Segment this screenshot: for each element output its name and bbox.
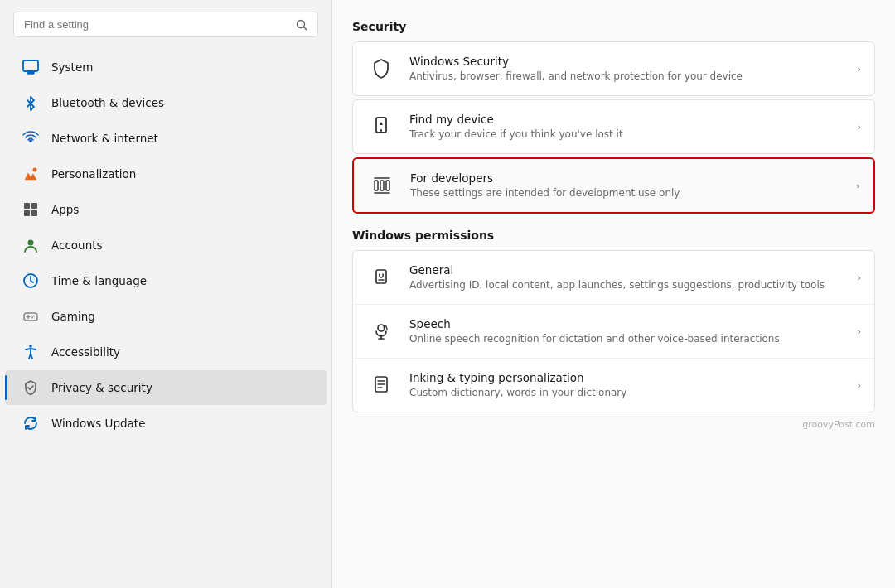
system-icon bbox=[22, 58, 40, 76]
network-icon bbox=[22, 129, 40, 147]
svg-point-18 bbox=[31, 317, 33, 319]
general-title: General bbox=[409, 263, 844, 277]
nav-list: System Bluetooth & devices bbox=[0, 46, 331, 588]
svg-line-1 bbox=[304, 27, 307, 30]
sidebar-item-label-apps: Apps bbox=[51, 203, 79, 216]
find-device-text: Find my device Track your device if you … bbox=[409, 113, 844, 142]
accounts-icon bbox=[22, 236, 40, 254]
svg-point-17 bbox=[33, 316, 35, 317]
svg-rect-10 bbox=[24, 210, 30, 216]
red-arrow bbox=[327, 378, 331, 397]
permissions-card: General Advertising ID, local content, a… bbox=[352, 250, 875, 412]
search-box[interactable] bbox=[13, 12, 318, 37]
speech-chevron: › bbox=[858, 326, 861, 337]
windows-security-row[interactable]: Windows Security Antivirus, browser, fir… bbox=[353, 42, 874, 95]
windows-security-desc: Antivirus, browser, firewall, and networ… bbox=[409, 70, 844, 84]
time-icon bbox=[22, 272, 40, 290]
sidebar-item-label-system: System bbox=[51, 60, 93, 74]
sidebar-item-label-gaming: Gaming bbox=[51, 310, 95, 323]
sidebar-item-privacy[interactable]: Privacy & security bbox=[5, 370, 327, 405]
sidebar-item-label-personalization: Personalization bbox=[51, 167, 136, 181]
sidebar-item-label-accounts: Accounts bbox=[51, 239, 103, 252]
speech-row[interactable]: Speech Online speech recognition for dic… bbox=[353, 305, 874, 359]
sidebar-item-update[interactable]: Windows Update bbox=[5, 406, 327, 441]
general-text: General Advertising ID, local content, a… bbox=[409, 263, 844, 292]
windows-security-icon bbox=[366, 54, 396, 84]
sidebar-item-label-bluetooth: Bluetooth & devices bbox=[51, 96, 164, 109]
speech-text: Speech Online speech recognition for dic… bbox=[409, 317, 844, 346]
svg-point-12 bbox=[28, 240, 34, 246]
speech-title: Speech bbox=[409, 317, 844, 330]
main-content: Security Windows Security Antivirus, bro… bbox=[331, 0, 895, 588]
sidebar-item-apps[interactable]: Apps bbox=[5, 192, 327, 227]
speech-desc: Online speech recognition for dictation … bbox=[409, 332, 844, 346]
for-developers-text: For developers These settings are intend… bbox=[410, 171, 844, 200]
general-chevron: › bbox=[858, 272, 861, 283]
general-icon bbox=[366, 263, 396, 292]
svg-rect-31 bbox=[376, 270, 386, 283]
inking-icon bbox=[366, 370, 396, 400]
inking-desc: Custom dictionary, words in your diction… bbox=[409, 386, 844, 400]
general-desc: Advertising ID, local content, app launc… bbox=[409, 278, 844, 292]
privacy-icon bbox=[22, 378, 40, 397]
for-developers-icon bbox=[367, 171, 397, 200]
search-icon bbox=[296, 19, 307, 31]
windows-security-card: Windows Security Antivirus, browser, fir… bbox=[352, 41, 875, 96]
find-device-title: Find my device bbox=[409, 113, 844, 126]
svg-rect-9 bbox=[31, 203, 37, 209]
sidebar: System Bluetooth & devices bbox=[0, 0, 331, 588]
windows-permissions-title: Windows permissions bbox=[352, 229, 875, 242]
svg-point-33 bbox=[378, 325, 385, 331]
inking-title: Inking & typing personalization bbox=[409, 371, 844, 384]
windows-permissions-section: Windows permissions General Advertising … bbox=[352, 229, 875, 433]
update-icon bbox=[22, 414, 40, 432]
apps-icon bbox=[22, 200, 40, 219]
gaming-icon bbox=[22, 307, 40, 325]
sidebar-item-bluetooth[interactable]: Bluetooth & devices bbox=[5, 85, 327, 120]
sidebar-item-gaming[interactable]: Gaming bbox=[5, 299, 327, 334]
windows-security-text: Windows Security Antivirus, browser, fir… bbox=[409, 55, 844, 84]
svg-rect-27 bbox=[380, 181, 384, 190]
sidebar-item-accounts[interactable]: Accounts bbox=[5, 228, 327, 263]
inking-text: Inking & typing personalization Custom d… bbox=[409, 371, 844, 400]
personalization-icon bbox=[22, 165, 40, 183]
speech-icon bbox=[366, 316, 396, 346]
sidebar-item-label-accessibility: Accessibility bbox=[51, 345, 120, 359]
sidebar-item-network[interactable]: Network & internet bbox=[5, 121, 327, 156]
for-developers-desc: These settings are intended for developm… bbox=[410, 186, 844, 200]
security-section-title: Security bbox=[352, 20, 875, 33]
inking-row[interactable]: Inking & typing personalization Custom d… bbox=[353, 359, 874, 412]
sidebar-item-label-update: Windows Update bbox=[51, 417, 145, 430]
svg-point-19 bbox=[29, 345, 32, 348]
windows-security-title: Windows Security bbox=[409, 55, 844, 68]
search-input[interactable] bbox=[24, 18, 296, 31]
watermark: groovyPost.com bbox=[352, 416, 875, 433]
general-row[interactable]: General Advertising ID, local content, a… bbox=[353, 251, 874, 305]
svg-line-21 bbox=[30, 386, 33, 389]
for-developers-row[interactable]: For developers These settings are intend… bbox=[354, 159, 873, 212]
inking-chevron: › bbox=[858, 380, 861, 391]
svg-rect-11 bbox=[31, 210, 37, 216]
for-developers-title: For developers bbox=[410, 171, 844, 185]
sidebar-item-time[interactable]: Time & language bbox=[5, 263, 327, 298]
windows-security-chevron: › bbox=[858, 64, 861, 75]
sidebar-item-system[interactable]: System bbox=[5, 50, 327, 84]
find-device-desc: Track your device if you think you've lo… bbox=[409, 128, 844, 142]
sidebar-item-personalization[interactable]: Personalization bbox=[5, 157, 327, 191]
svg-rect-8 bbox=[24, 203, 30, 209]
accessibility-icon bbox=[22, 343, 40, 361]
find-device-card: Find my device Track your device if you … bbox=[352, 99, 875, 154]
find-device-row[interactable]: Find my device Track your device if you … bbox=[353, 100, 874, 153]
sidebar-item-label-network: Network & internet bbox=[51, 132, 158, 145]
svg-rect-28 bbox=[386, 181, 389, 190]
for-developers-chevron: › bbox=[857, 181, 860, 191]
sidebar-item-accessibility[interactable]: Accessibility bbox=[5, 335, 327, 369]
sidebar-item-label-time: Time & language bbox=[51, 274, 147, 287]
svg-rect-2 bbox=[23, 60, 38, 71]
sidebar-item-label-privacy: Privacy & security bbox=[51, 381, 152, 394]
security-section: Security Windows Security Antivirus, bro… bbox=[352, 20, 875, 214]
bluetooth-icon bbox=[22, 94, 40, 112]
find-device-icon bbox=[366, 112, 396, 142]
find-device-chevron: › bbox=[858, 122, 861, 133]
for-developers-card: For developers These settings are intend… bbox=[352, 157, 875, 214]
